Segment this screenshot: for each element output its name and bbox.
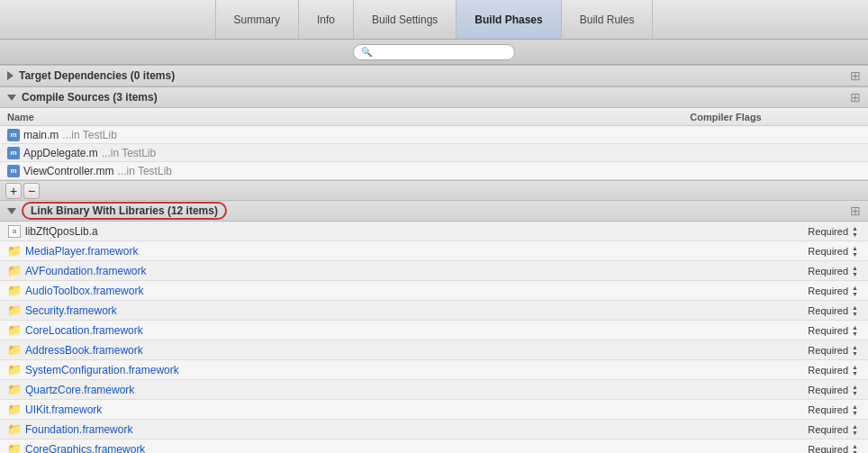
list-item[interactable]: 📁 AudioToolbox.framework Required▲▼ [0, 281, 868, 301]
tab-summary[interactable]: Summary [215, 0, 299, 39]
compile-sources-section: Compile Sources (3 items) ⊞ Name Compile… [0, 86, 868, 200]
list-item[interactable]: m main.m ...in TestLib [0, 126, 868, 144]
lib-icon: 📁 [7, 244, 22, 258]
lib-name: AVFoundation.framework [25, 265, 808, 277]
lib-name: CoreLocation.framework [25, 324, 808, 337]
file-lib: ...in TestLib [62, 129, 116, 141]
lib-icon: 📁 [7, 323, 22, 338]
lib-required[interactable]: Required▲▼ [808, 324, 861, 337]
compile-sources-triangle [7, 95, 16, 101]
list-item[interactable]: 📁 AddressBook.framework Required▲▼ [0, 340, 868, 360]
tab-info[interactable]: Info [299, 0, 354, 39]
lib-icon: 📁 [7, 264, 22, 278]
target-deps-expand-icon: ⊞ [850, 68, 861, 83]
lib-icon: 📁 [7, 343, 22, 358]
file-lib: ...in TestLib [117, 165, 171, 177]
lib-name: libZftQposLib.a [25, 225, 808, 238]
search-input[interactable] [375, 47, 507, 58]
lib-name: CoreGraphics.framework [25, 443, 808, 454]
file-icon: m [7, 129, 20, 141]
lib-icon: 📁 [7, 304, 22, 318]
lib-required[interactable]: Required▲▼ [808, 225, 861, 238]
file-name: ViewController.mm [23, 165, 113, 177]
file-icon: m [7, 147, 20, 159]
col-name-label: Name [7, 112, 591, 122]
lib-required[interactable]: Required▲▼ [808, 285, 861, 297]
target-deps-header[interactable]: Target Dependencies (0 items) ⊞ [0, 65, 868, 86]
lib-icon: 📁 [7, 363, 22, 377]
lib-required[interactable]: Required▲▼ [808, 423, 861, 436]
add-source-button[interactable]: + [5, 183, 22, 199]
link-binary-section: Link Binary With Libraries (12 items) ⊞ … [0, 200, 868, 453]
list-item[interactable]: a libZftQposLib.a Required▲▼ [0, 222, 868, 241]
list-item[interactable]: 📁 QuartzCore.framework Required▲▼ [0, 380, 868, 400]
lib-required[interactable]: Required▲▼ [808, 245, 861, 258]
list-item[interactable]: m AppDelegate.m ...in TestLib [0, 144, 868, 162]
lib-icon: 📁 [7, 284, 22, 298]
lib-required[interactable]: Required▲▼ [808, 304, 861, 317]
lib-name: AddressBook.framework [25, 344, 808, 357]
lib-icon: 📁 [7, 403, 22, 417]
compile-sources-title: Compile Sources (3 items) [22, 91, 158, 104]
link-binary-expand-icon: ⊞ [850, 204, 861, 218]
lib-required[interactable]: Required▲▼ [808, 265, 861, 277]
list-item[interactable]: 📁 Foundation.framework Required▲▼ [0, 420, 868, 439]
target-deps-triangle [7, 71, 14, 80]
file-name: main.m [23, 129, 59, 141]
link-binary-header[interactable]: Link Binary With Libraries (12 items) ⊞ [0, 200, 868, 222]
link-binary-title: Link Binary With Libraries (12 items) [31, 204, 218, 217]
remove-source-button[interactable]: − [23, 183, 40, 199]
lib-required[interactable]: Required▲▼ [808, 403, 861, 416]
lib-name: MediaPlayer.framework [25, 245, 808, 258]
lib-name: AudioToolbox.framework [25, 285, 808, 297]
compile-sources-col-headers: Name Compiler Flags [0, 108, 868, 126]
tab-build-settings[interactable]: Build Settings [354, 0, 457, 39]
link-binary-triangle [7, 208, 16, 214]
col-flags-label: Compiler Flags [591, 112, 861, 122]
file-icon: m [7, 165, 20, 177]
lib-name: Foundation.framework [25, 423, 808, 436]
search-bar: 🔍 [0, 40, 868, 65]
list-item[interactable]: 📁 MediaPlayer.framework Required▲▼ [0, 241, 868, 261]
compile-sources-header[interactable]: Compile Sources (3 items) ⊞ [0, 86, 868, 108]
list-item[interactable]: 📁 Security.framework Required▲▼ [0, 301, 868, 321]
lib-name: UIKit.framework [25, 403, 808, 416]
target-deps-section: Target Dependencies (0 items) ⊞ [0, 65, 868, 86]
compile-sources-expand-icon: ⊞ [850, 90, 861, 104]
main-content: Target Dependencies (0 items) ⊞ Compile … [0, 65, 868, 453]
lib-name: Security.framework [25, 304, 808, 317]
list-item[interactable]: 📁 CoreLocation.framework Required▲▼ [0, 321, 868, 340]
list-item[interactable]: 📁 SystemConfiguration.framework Required… [0, 360, 868, 380]
link-binary-highlight: Link Binary With Libraries (12 items) [22, 202, 227, 220]
lib-icon: 📁 [7, 383, 22, 397]
lib-required[interactable]: Required▲▼ [808, 443, 861, 454]
compile-sources-toolbar: + − [0, 180, 868, 200]
lib-required[interactable]: Required▲▼ [808, 384, 861, 396]
tab-bar: Summary Info Build Settings Build Phases… [0, 0, 868, 40]
list-item[interactable]: m ViewController.mm ...in TestLib [0, 162, 868, 180]
lib-required[interactable]: Required▲▼ [808, 364, 861, 376]
list-item[interactable]: 📁 UIKit.framework Required▲▼ [0, 400, 868, 420]
file-name: AppDelegate.m [23, 147, 98, 159]
list-item[interactable]: 📁 CoreGraphics.framework Required▲▼ [0, 439, 868, 453]
lib-required[interactable]: Required▲▼ [808, 344, 861, 357]
tab-build-phases[interactable]: Build Phases [457, 0, 561, 39]
lib-icon: 📁 [7, 422, 22, 437]
file-lib: ...in TestLib [102, 147, 156, 159]
list-item[interactable]: 📁 AVFoundation.framework Required▲▼ [0, 261, 868, 281]
lib-icon: 📁 [7, 442, 22, 454]
lib-name: SystemConfiguration.framework [25, 364, 808, 376]
search-icon: 🔍 [361, 47, 372, 57]
lib-name: QuartzCore.framework [25, 384, 808, 396]
tab-build-rules[interactable]: Build Rules [562, 0, 654, 39]
lib-icon: a [7, 224, 22, 239]
target-deps-title: Target Dependencies (0 items) [19, 69, 175, 82]
search-wrap: 🔍 [353, 44, 515, 60]
